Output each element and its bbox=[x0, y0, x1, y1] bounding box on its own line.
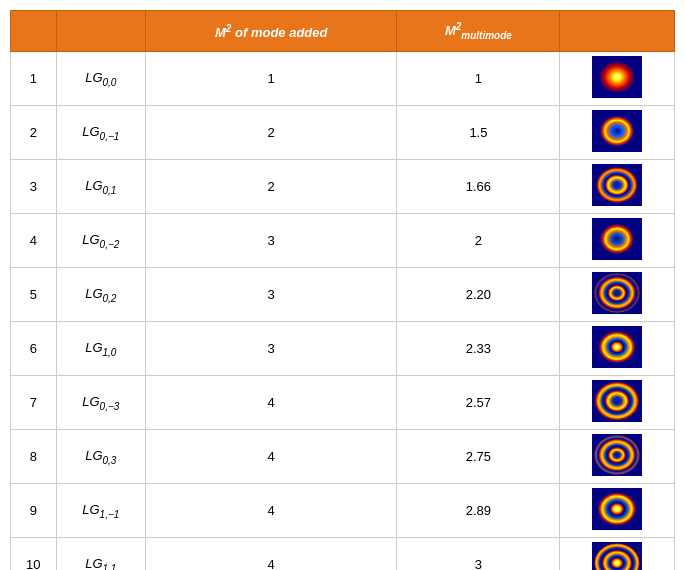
table-row: 7 LG0,−3 4 2.57 bbox=[11, 375, 675, 429]
cell-profile bbox=[560, 159, 675, 213]
cell-number: 5 bbox=[11, 267, 57, 321]
cell-mode-name: LG0,2 bbox=[56, 267, 145, 321]
cell-m2multi: 1 bbox=[397, 51, 560, 105]
cell-m2multi: 2.75 bbox=[397, 429, 560, 483]
cell-m2mode: 4 bbox=[146, 537, 397, 570]
cell-mode-name: LG0,−3 bbox=[56, 375, 145, 429]
cell-mode-name: LG0,1 bbox=[56, 159, 145, 213]
cell-profile bbox=[560, 321, 675, 375]
cell-m2multi: 1.66 bbox=[397, 159, 560, 213]
cell-number: 6 bbox=[11, 321, 57, 375]
svg-point-17 bbox=[595, 490, 639, 528]
table-row: 5 LG0,2 3 2.20 bbox=[11, 267, 675, 321]
cell-m2multi: 1.5 bbox=[397, 105, 560, 159]
header-number bbox=[11, 11, 57, 52]
cell-m2multi: 2.57 bbox=[397, 375, 560, 429]
cell-mode-name: LG1,0 bbox=[56, 321, 145, 375]
cell-m2mode: 3 bbox=[146, 267, 397, 321]
cell-m2multi: 2.33 bbox=[397, 321, 560, 375]
cell-profile bbox=[560, 267, 675, 321]
svg-point-7 bbox=[597, 221, 637, 257]
cell-number: 7 bbox=[11, 375, 57, 429]
table-row: 2 LG0,−1 2 1.5 bbox=[11, 105, 675, 159]
cell-number: 9 bbox=[11, 483, 57, 537]
cell-mode-name: LG1,1 bbox=[56, 537, 145, 570]
cell-m2mode: 2 bbox=[146, 159, 397, 213]
cell-number: 10 bbox=[11, 537, 57, 570]
cell-m2mode: 3 bbox=[146, 213, 397, 267]
cell-m2mode: 1 bbox=[146, 51, 397, 105]
svg-point-5 bbox=[595, 166, 639, 204]
header-m2mode: M2 of mode added bbox=[146, 11, 397, 52]
header-m2mode-text: M2 of mode added bbox=[215, 25, 327, 40]
cell-profile bbox=[560, 51, 675, 105]
cell-number: 2 bbox=[11, 105, 57, 159]
header-profile bbox=[560, 11, 675, 52]
table-row: 10 LG1,1 4 3 bbox=[11, 537, 675, 570]
cell-m2multi: 2 bbox=[397, 213, 560, 267]
cell-number: 4 bbox=[11, 213, 57, 267]
header-m2multi-text: M2multimode bbox=[445, 23, 512, 38]
cell-profile bbox=[560, 537, 675, 570]
svg-point-11 bbox=[595, 328, 639, 366]
cell-mode-name: LG0,−1 bbox=[56, 105, 145, 159]
cell-m2mode: 4 bbox=[146, 483, 397, 537]
modes-table: M2 of mode added M2multimode 1 LG0,0 1 1… bbox=[10, 10, 675, 570]
cell-number: 1 bbox=[11, 51, 57, 105]
svg-point-9 bbox=[594, 273, 640, 313]
header-name bbox=[56, 11, 145, 52]
cell-number: 8 bbox=[11, 429, 57, 483]
cell-m2mode: 2 bbox=[146, 105, 397, 159]
table-row: 1 LG0,0 1 1 bbox=[11, 51, 675, 105]
svg-point-3 bbox=[597, 113, 637, 149]
cell-profile bbox=[560, 375, 675, 429]
table-row: 6 LG1,0 3 2.33 bbox=[11, 321, 675, 375]
table-row: 3 LG0,1 2 1.66 bbox=[11, 159, 675, 213]
cell-profile bbox=[560, 105, 675, 159]
svg-point-13 bbox=[594, 381, 640, 421]
svg-point-15 bbox=[594, 435, 640, 475]
cell-mode-name: LG0,3 bbox=[56, 429, 145, 483]
cell-mode-name: LG1,−1 bbox=[56, 483, 145, 537]
cell-m2multi: 2.89 bbox=[397, 483, 560, 537]
cell-mode-name: LG0,−2 bbox=[56, 213, 145, 267]
cell-m2mode: 3 bbox=[146, 321, 397, 375]
cell-profile bbox=[560, 213, 675, 267]
cell-mode-name: LG0,0 bbox=[56, 51, 145, 105]
table-row: 9 LG1,−1 4 2.89 bbox=[11, 483, 675, 537]
table-row: 4 LG0,−2 3 2 bbox=[11, 213, 675, 267]
cell-m2mode: 4 bbox=[146, 429, 397, 483]
header-m2multi: M2multimode bbox=[397, 11, 560, 52]
table-row: 8 LG0,3 4 2.75 bbox=[11, 429, 675, 483]
svg-point-1 bbox=[599, 61, 635, 93]
cell-profile bbox=[560, 483, 675, 537]
cell-m2multi: 2.20 bbox=[397, 267, 560, 321]
cell-m2multi: 3 bbox=[397, 537, 560, 570]
cell-profile bbox=[560, 429, 675, 483]
cell-number: 3 bbox=[11, 159, 57, 213]
cell-m2mode: 4 bbox=[146, 375, 397, 429]
